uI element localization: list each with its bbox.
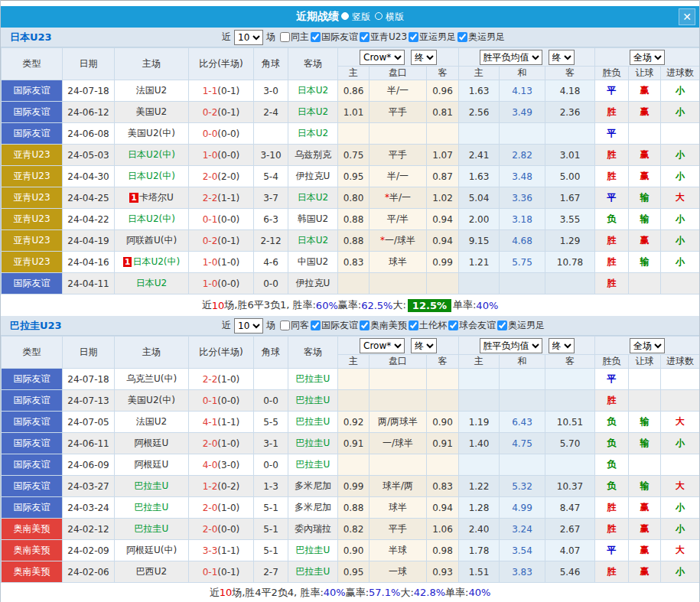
odds-provider-select[interactable]: Crow* [360,338,405,353]
scope-select[interactable]: 全场 [630,338,665,353]
cell-home-team: 美国U2(中) [115,123,189,145]
league-filter[interactable]: 奥运男足 [497,319,545,332]
cell-score: 4-1(1-1) [189,412,254,433]
team-name: 巴拉圭U [296,438,330,448]
odds-provider-select[interactable]: Crow* [360,50,405,65]
team-name: 中国U2 [298,256,328,267]
league-checkbox[interactable] [409,32,418,42]
cell-avg-lose [545,123,595,145]
league-filter[interactable]: 国际友谊 [311,31,358,44]
cell-avg-win [459,454,500,476]
scope-group-header: 全场 [595,48,700,67]
league-checkbox[interactable] [311,321,321,330]
fulltime-score: 0-1 [203,567,218,578]
cell-match-type: 国际友谊 [2,123,63,145]
cell-odds-home: 0.86 [338,80,370,102]
same-venue-checkbox[interactable] [280,32,290,42]
cell-score: 0-2(0-1) [189,230,254,252]
same-venue-filter[interactable]: 同客 [280,319,309,332]
league-filter[interactable]: 国际友谊 [311,319,358,332]
cell-away-team: 中国U2 [288,252,338,273]
fulltime-score: 2-0 [203,438,218,449]
cell-avg-draw: 3.24 [500,519,545,540]
view-radio[interactable] [375,12,383,20]
cell-avg-draw: 3.18 [500,209,545,230]
sub-away-odds: 客 [427,67,459,80]
league-filter[interactable]: 亚青U23 [360,31,407,44]
view-radio[interactable] [341,12,349,20]
col-home: 主场 [115,337,189,369]
scope-select[interactable]: 全场 [630,50,665,65]
fulltime-score: 1-0 [203,257,218,268]
cell-home-team: 阿根廷U [115,433,189,454]
final-wdl-select[interactable]: 终 [549,338,575,353]
cell-result: 胜 [595,519,629,540]
rounds-select[interactable]: 10 [234,318,263,334]
cell-avg-win: 2.40 [459,519,500,540]
cell-avg-win: 2.00 [459,209,500,230]
summary-segment: 场,胜4平2负4, 胜率: [232,586,324,600]
cell-odds-home: 0.92 [338,412,370,433]
cell-date: 24-04-30 [63,166,115,187]
match-row: 国际友谊24-06-09阿根廷U4-0(3-0)0-0巴拉圭U负 [2,454,700,476]
team-name: 伊拉克U [296,171,330,181]
col-type: 类型 [2,337,63,369]
same-venue-checkbox[interactable] [280,321,290,330]
view-radio-label[interactable]: 横版 [386,11,404,22]
col-result: 胜负 [595,67,629,80]
league-checkbox[interactable] [311,32,321,42]
cell-avg-draw: 5.75 [500,252,545,273]
cell-odds-away [427,273,459,294]
sub-draw: 和 [500,67,545,80]
league-filter[interactable]: 球会友谊 [448,319,496,332]
cell-odds-away: 0.99 [427,252,459,273]
league-checkbox[interactable] [497,321,507,330]
rounds-select[interactable]: 10 [234,30,263,45]
wdl-avg-select[interactable]: 胜平负均值 [480,338,542,353]
cell-score: 4-0(3-0) [189,454,254,476]
view-radio-label[interactable]: 竖版 [352,11,370,22]
league-checkbox[interactable] [409,321,418,330]
league-checkbox[interactable] [360,321,370,330]
team-name: 巴拉圭U [296,566,330,577]
cell-result: 胜 [595,102,629,123]
league-checkbox[interactable] [448,321,458,330]
cell-score: 2-0(1-0) [189,433,254,454]
fulltime-score: 2-2 [203,374,218,385]
wdl-avg-select[interactable]: 胜平负均值 [480,50,542,65]
sub-lose: 客 [545,67,595,80]
cell-goals: 小 [661,561,700,583]
final-odds-select[interactable]: 终 [411,338,437,353]
match-row: 国际友谊24-07-18法国U21-1(0-1)3-0日本U20.86半/一0.… [2,80,700,102]
cell-home-team: 巴拉圭U [115,519,189,540]
cell-score: 0-1(0-0) [189,390,254,412]
final-odds-select[interactable]: 终 [411,50,437,65]
fulltime-score: 0-0 [203,129,218,139]
cell-avg-win [459,390,500,412]
cell-match-type: 亚青U23 [2,187,63,209]
cell-date: 24-07-13 [63,390,115,412]
cell-score: 1-0(0-0) [189,273,254,294]
league-filter[interactable]: 亚运男足 [409,31,456,44]
league-filter[interactable]: 奥南美预 [360,319,407,332]
cell-home-team: 日本U2(中) [115,145,189,166]
cell-handicap: 半球 [370,540,427,561]
cell-handicap: 球半 [370,252,427,273]
cell-goals: 大 [661,187,700,209]
close-icon[interactable]: ✕ [679,8,695,25]
cell-goals: 小 [661,102,700,123]
league-filter[interactable]: 奥运男足 [457,31,505,44]
fulltime-score: 2-0 [203,503,218,513]
league-filter[interactable]: 土伦杯 [409,319,447,332]
league-checkbox[interactable] [457,32,467,42]
col-handicap-result: 让球 [629,67,661,80]
league-checkbox[interactable] [360,32,370,42]
match-row: 国际友谊24-06-11阿根廷U2-0(1-0)3-1巴拉圭U0.91一/球半0… [2,433,700,454]
cell-away-team: 多米尼加 [288,476,338,497]
final-wdl-select[interactable]: 终 [549,50,575,65]
cell-away-team: 巴拉圭U [288,369,338,390]
same-venue-filter[interactable]: 同主 [280,31,309,44]
cell-avg-lose: 10.78 [545,252,595,273]
handicap-group-header: Crow* 终 [338,337,459,355]
cell-odds-home: 0.88 [338,230,370,252]
